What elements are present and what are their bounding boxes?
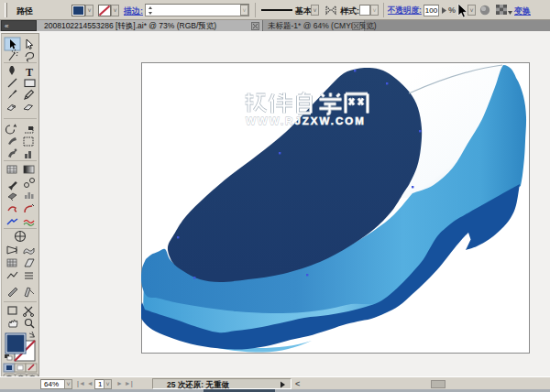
svg-text:T: T [26,66,33,79]
